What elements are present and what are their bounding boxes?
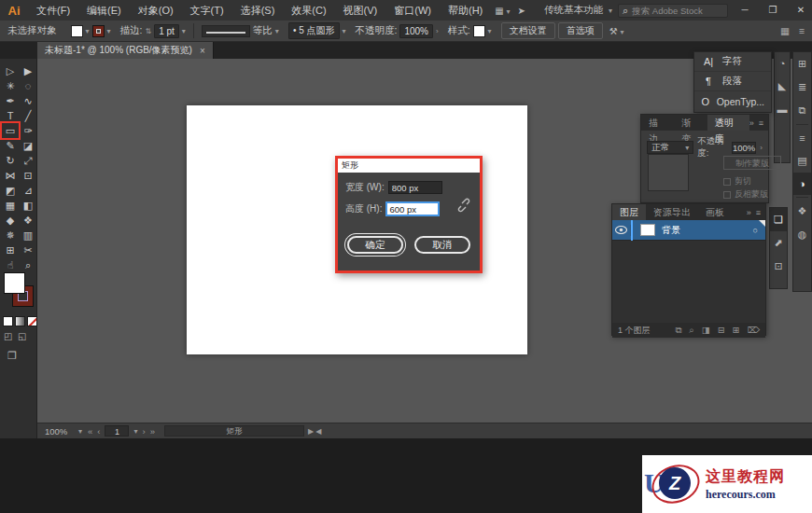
stock-search[interactable]: ⌕: [618, 4, 728, 18]
new-sublayer-icon[interactable]: ⊟: [718, 325, 725, 336]
gradient-tool[interactable]: ◧: [20, 198, 36, 213]
menu-file[interactable]: 文件(F): [28, 0, 78, 21]
menu-effect[interactable]: 效果(C): [283, 0, 334, 21]
brush-definition-value[interactable]: • 5 点圆形: [288, 22, 340, 39]
screen-mode-icon[interactable]: ❐: [7, 350, 17, 362]
restore-button[interactable]: ❐: [762, 0, 784, 21]
perspective-grid-tool[interactable]: ⊿: [20, 183, 36, 198]
libraries-icon[interactable]: ≣: [793, 76, 811, 99]
stroke-weight-caret-icon[interactable]: ▾: [182, 27, 186, 35]
paintbrush-tool[interactable]: ✑: [20, 123, 36, 138]
eyedropper-tool[interactable]: ◆: [2, 213, 19, 228]
column-graph-tool[interactable]: ▥: [20, 228, 36, 243]
menu-window[interactable]: 窗口(W): [385, 0, 440, 21]
menu-edit[interactable]: 编辑(E): [78, 0, 130, 21]
cancel-button[interactable]: 取消: [414, 236, 470, 254]
shape-builder-tool[interactable]: ◩: [2, 183, 19, 198]
scroll-left-icon[interactable]: ◀: [315, 427, 321, 436]
minimize-button[interactable]: ─: [734, 0, 756, 21]
search-input[interactable]: [632, 6, 723, 16]
pencil-tool[interactable]: ✎: [2, 138, 19, 153]
gradient-mode-button[interactable]: [15, 316, 25, 326]
clip-checkbox[interactable]: [723, 178, 731, 186]
color-guide-icon[interactable]: ◣: [775, 75, 790, 98]
preferences-button[interactable]: 首选项: [558, 22, 603, 39]
hand-tool[interactable]: ☝: [2, 257, 19, 272]
unlink-dimensions-icon[interactable]: [457, 198, 470, 215]
style-caret-icon[interactable]: ▾: [488, 27, 492, 35]
panel-menu-icon[interactable]: ≡: [759, 118, 763, 128]
artboard-number-field[interactable]: 1: [105, 425, 129, 437]
gradient-icon[interactable]: ▬: [775, 98, 790, 120]
blend-mode-select[interactable]: 正常 ▾: [647, 141, 693, 154]
style-swatch[interactable]: [473, 25, 485, 37]
graphic-styles-icon[interactable]: ❖: [793, 200, 811, 223]
lasso-tool[interactable]: ◌: [20, 78, 36, 93]
menu-type[interactable]: 文字(T): [182, 0, 232, 21]
clip-checkbox-row[interactable]: 剪切: [723, 175, 751, 187]
collect-for-export-icon[interactable]: ⧉: [676, 325, 682, 336]
character-panel-item[interactable]: A| 字符: [694, 52, 771, 72]
blend-tool[interactable]: ❖: [20, 213, 36, 228]
visibility-eye-icon[interactable]: [612, 225, 631, 236]
last-artboard-icon[interactable]: »: [150, 426, 155, 437]
pen-tool[interactable]: ✒: [2, 93, 19, 108]
direct-selection-tool[interactable]: ▷: [2, 63, 19, 78]
color-icon[interactable]: ◔: [775, 52, 790, 75]
document-tab[interactable]: 未标题-1* @ 100% (RGB/像素预览) ×: [37, 42, 214, 59]
layers-icon[interactable]: ❏: [770, 208, 787, 231]
zoom-tool[interactable]: ⌕: [20, 257, 36, 272]
tab-stroke[interactable]: 描边: [641, 115, 674, 131]
opacity-value[interactable]: 100%: [399, 24, 433, 38]
panel-collapse-icon[interactable]: »: [747, 208, 751, 217]
zoom-level[interactable]: 100%: [37, 426, 78, 437]
color-mode-button[interactable]: [3, 316, 13, 326]
brush-caret-icon[interactable]: ▾: [343, 27, 346, 35]
menu-select[interactable]: 选择(S): [232, 0, 284, 21]
share-icon[interactable]: ➤: [514, 6, 529, 16]
new-layer-icon[interactable]: ⊞: [733, 325, 740, 336]
magic-wand-tool[interactable]: ✳: [2, 78, 19, 93]
invert-mask-checkbox[interactable]: [723, 191, 731, 199]
tab-asset-export[interactable]: 资源导出: [646, 204, 698, 220]
close-button[interactable]: ✕: [790, 0, 812, 21]
free-transform-tool[interactable]: ⊡: [20, 168, 36, 183]
tab-gradient[interactable]: 渐变: [674, 115, 707, 131]
selection-tool[interactable]: ▶: [20, 63, 36, 78]
scroll-right-icon[interactable]: ▶: [308, 427, 314, 436]
align-icon[interactable]: ▤: [793, 149, 811, 173]
line-segment-tool[interactable]: ╱: [20, 108, 36, 123]
draw-normal-icon[interactable]: ◰: [4, 331, 12, 341]
document-setup-button[interactable]: 文档设置: [501, 22, 555, 39]
fill-color-swatch[interactable]: [71, 25, 83, 37]
rectangle-tool[interactable]: ▭: [2, 123, 19, 138]
transparency-icon[interactable]: ◑: [793, 173, 811, 195]
stroke-stepper-icon[interactable]: ⇅: [145, 27, 151, 35]
artboards-icon[interactable]: ⊡: [770, 255, 787, 278]
appearance-icon[interactable]: ◍: [793, 223, 811, 246]
artboard-caret-icon[interactable]: ▾: [133, 427, 137, 436]
draw-behind-icon[interactable]: ◱: [18, 331, 26, 341]
paragraph-panel-item[interactable]: ¶ 段落: [694, 72, 771, 91]
menu-view[interactable]: 视图(V): [335, 0, 386, 21]
arrange-icon[interactable]: ▦: [780, 25, 790, 36]
opentype-panel-item[interactable]: O OpenTyp...: [694, 91, 771, 111]
tp-opacity-flyout-icon[interactable]: ›: [760, 144, 763, 152]
artboard-tool[interactable]: ⊞: [2, 243, 19, 257]
first-artboard-icon[interactable]: «: [88, 426, 92, 437]
eraser-tool[interactable]: ◪: [20, 138, 36, 153]
tab-close-icon[interactable]: ×: [200, 46, 205, 56]
width-tool[interactable]: ⋈: [2, 168, 19, 183]
make-mask-button[interactable]: 制作蒙版: [723, 156, 781, 170]
height-input[interactable]: [385, 201, 440, 216]
tab-layers[interactable]: 图层: [612, 204, 646, 220]
tab-artboards[interactable]: 画板: [698, 204, 732, 220]
layer-thumbnail[interactable]: [640, 224, 655, 236]
delete-layer-icon[interactable]: ⌦: [748, 325, 760, 336]
locate-object-icon[interactable]: ⌕: [689, 325, 693, 336]
panel-menu-icon[interactable]: ≡: [799, 25, 805, 36]
layer-row-background[interactable]: 背景 ○: [612, 220, 765, 241]
more-options-icon[interactable]: ⚒ ▾: [606, 26, 628, 36]
scale-tool[interactable]: ⤢: [20, 153, 36, 168]
panel-menu-icon[interactable]: ≡: [756, 208, 761, 217]
